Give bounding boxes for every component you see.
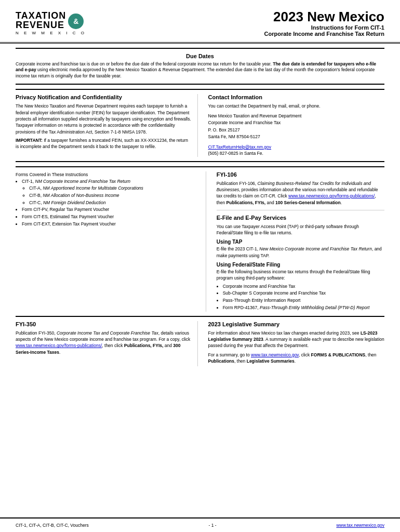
logo-ampersand-circle: & [68, 14, 84, 29]
using-federal-body: E-file the following business income tax… [217, 269, 384, 282]
forms-fyi-row: Forms Covered in These Instructions CIT-… [16, 166, 384, 317]
fyi350-legislative-row: FYI-350 Publication FYI-350, Corporate I… [16, 321, 384, 367]
logo-taxation: TAXATION [16, 11, 66, 20]
form-citpv: Form CIT-PV, Regular Tax Payment Voucher [22, 206, 201, 213]
logo-text-block: TAXATION REVENUE [16, 11, 66, 30]
fyi106-section: FYI-106 Publication FYI-106, Claiming Bu… [217, 171, 384, 312]
efile-items-list: Corporate Income and Franchise Tax Sub-C… [217, 283, 384, 311]
form-cita: CIT-A, NM Apportioned Income for Multist… [29, 185, 201, 192]
address-line-1: New Mexico Taxation and Revenue Departme… [208, 113, 385, 120]
contact-body: You can contact the Department by mail, … [208, 103, 385, 156]
privacy-section: Privacy Notification and Confidentiality… [16, 94, 198, 156]
due-dates-title: Due Dates [16, 53, 384, 59]
header-instructions: Instructions for Form CIT-1 [264, 24, 384, 31]
logo-nm-text: N E W M E X I C O [16, 31, 86, 35]
contact-address: New Mexico Taxation and Revenue Departme… [208, 113, 385, 141]
form-citext: Form CIT-EXT, Extension Tax Payment Vouc… [22, 221, 201, 228]
privacy-title: Privacy Notification and Confidentiality [16, 94, 192, 100]
address-line-2: Corporate Income and Franchise Tax [208, 119, 385, 127]
forms-header: Forms Covered in These Instructions [16, 171, 201, 178]
fyi350-title: FYI-350 [16, 321, 192, 327]
footer-left: CIT-1, CIT-A, CIT-B, CIT-C, Vouchers [16, 523, 89, 528]
header-form-name: Corporate Income and Franchise Tax Retur… [264, 31, 384, 37]
form-cit1: CIT-1, NM Corporate Income and Franchise… [22, 178, 201, 206]
contact-title: Contact Information [208, 94, 385, 100]
forms-covered-label: Forms Covered in These Instructions CIT-… [16, 171, 201, 228]
efile-title: E-File and E-Pay Services [217, 215, 384, 221]
legislative-link[interactable]: www.tax.newmexico.gov [251, 352, 299, 357]
form-citb: CIT-B, NM Allocation of Non-Business Inc… [29, 192, 201, 199]
fyi106-title: FYI-106 [217, 171, 384, 178]
legislative-para1: For information about New Mexico tax law… [208, 330, 385, 365]
address-line-4: Santa Fe, NM 87504-5127 [208, 134, 385, 141]
fyi350-link[interactable]: www.tax.newmexico.gov/forms-publications… [16, 343, 102, 348]
efile-intro: You can use Taxpayer Access Point (TAP) … [217, 223, 384, 236]
privacy-body: The New Mexico Taxation and Revenue Depa… [16, 103, 192, 150]
using-federal-title: Using Federal/State Filing [217, 262, 384, 268]
fyi350-body: Publication FYI-350, Corporate Income Ta… [16, 330, 192, 355]
legislative-section: 2023 Legislative Summary For information… [208, 321, 385, 367]
form-cit-sub: CIT-A, NM Apportioned Income for Multist… [22, 185, 201, 206]
efile-item-3: Pass-Through Entity Information Report [223, 297, 384, 304]
header-title: 2023 New Mexico [264, 9, 384, 24]
fyi106-body: Publication FYI-106, Claiming Business-R… [217, 180, 384, 206]
fyi106-link[interactable]: www.tax.newmexico.gov/forms-publications… [288, 193, 375, 198]
forms-covered-section: Forms Covered in These Instructions CIT-… [16, 171, 206, 312]
footer-website-link[interactable]: www.tax.newmexico.gov [336, 523, 384, 528]
privacy-contact-row: Privacy Notification and Confidentiality… [16, 89, 384, 162]
fyi350-section: FYI-350 Publication FYI-350, Corporate I… [16, 321, 198, 367]
efile-item-2: Sub-Chapter S Corporate Income and Franc… [223, 290, 384, 297]
legislative-title: 2023 Legislative Summary [208, 321, 385, 327]
logo-box: TAXATION REVENUE & [16, 11, 84, 30]
using-tap-body: E-file the 2023 CIT-1, New Mexico Corpor… [217, 246, 384, 259]
main-content: Due Dates Corporate income and franchise… [0, 48, 400, 517]
page-header: TAXATION REVENUE & N E W M E X I C O 202… [0, 0, 400, 44]
efile-item-4: Form RPD-41367, Pass-Through Entity With… [223, 304, 384, 311]
contact-section: Contact Information You can contact the … [208, 94, 385, 156]
due-dates-body: Corporate income and franchise tax is du… [16, 61, 384, 80]
due-dates-section: Due Dates Corporate income and franchise… [16, 48, 384, 85]
logo-area: TAXATION REVENUE & N E W M E X I C O [16, 11, 86, 35]
contact-email-link[interactable]: CIT.TaxReturnHelp@tax.nm.gov [208, 144, 272, 150]
address-line-3: P. O. Box 25127 [208, 127, 385, 134]
forms-list: Forms Covered in These Instructions CIT-… [16, 171, 201, 228]
contact-intro: You can contact the Department by mail, … [208, 103, 385, 109]
using-tap-title: Using TAP [217, 239, 384, 245]
page-footer: CIT-1, CIT-A, CIT-B, CIT-C, Vouchers - 1… [0, 517, 400, 532]
form-cites: Form CIT-ES, Estimated Tax Payment Vouch… [22, 214, 201, 220]
footer-center: - 1 - [209, 523, 217, 528]
page: TAXATION REVENUE & N E W M E X I C O 202… [0, 0, 400, 532]
header-right: 2023 New Mexico Instructions for Form CI… [264, 9, 384, 37]
logo-revenue: REVENUE [16, 20, 66, 30]
contact-phone: (505) 827-0825 in Santa Fe. [208, 150, 385, 156]
efile-item-1: Corporate Income and Franchise Tax [223, 283, 384, 290]
form-citc: CIT-C, NM Foreign Dividend Deduction [29, 200, 201, 206]
